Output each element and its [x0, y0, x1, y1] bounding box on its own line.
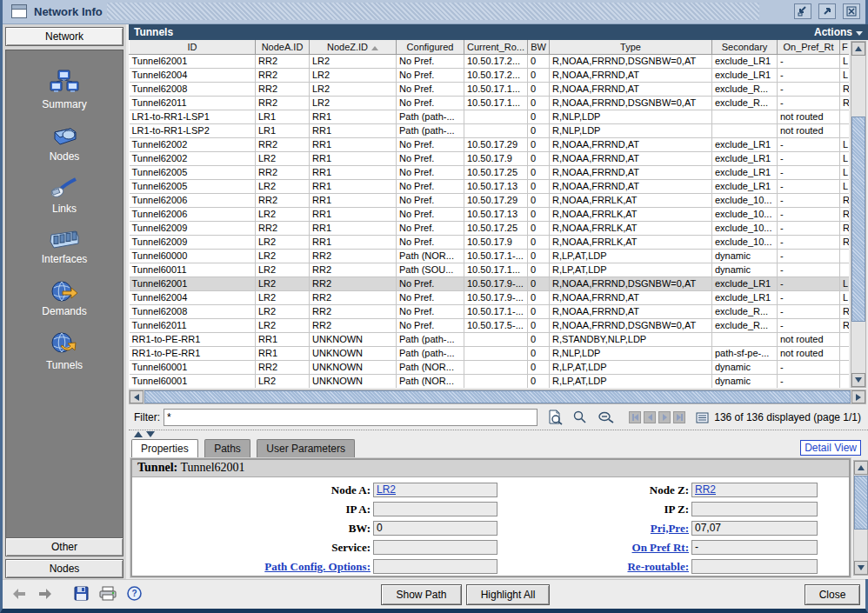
table-row[interactable]: LR1-to-RR1-LSP2LR1RR1Path (path-...0R,NL…	[130, 123, 850, 137]
sidebar-bottom-other-button[interactable]: Other	[5, 537, 124, 556]
table-row[interactable]: Tunnel62008LR2RR2No Pref.10.50.17.1-...0…	[130, 304, 850, 318]
scroll-down-button[interactable]	[851, 373, 865, 387]
node-a-value-link[interactable]: LR2	[373, 483, 497, 497]
table-row[interactable]: Tunnel62004RR2LR2No Pref.10.50.17.2...0R…	[130, 68, 850, 82]
sidebar-bottom-nodes-button[interactable]: Nodes	[5, 559, 124, 578]
table-row[interactable]: Tunnel62005RR2RR1No Pref.10.50.17.250R,N…	[130, 165, 850, 179]
splitter-divider[interactable]	[129, 430, 868, 438]
prev-page-button[interactable]	[644, 411, 656, 423]
help-icon[interactable]: ?	[127, 586, 142, 601]
column-header[interactable]: Configured	[397, 40, 464, 54]
table-cell: -	[778, 82, 840, 96]
column-header[interactable]: Secondary	[712, 40, 778, 54]
table-row[interactable]: Tunnel62006LR2RR1No Pref.10.50.17.130R,N…	[130, 207, 850, 221]
on-pref-rt-link[interactable]: On Pref Rt:	[632, 541, 691, 555]
column-header[interactable]: NodeA.ID	[256, 40, 310, 54]
table-cell: exclude_LR1	[712, 68, 778, 82]
table-row[interactable]: Tunnel62011LR2RR2No Pref.10.50.17.5-...0…	[130, 318, 850, 332]
properties-vertical-scrollbar[interactable]	[853, 460, 868, 576]
node-z-value-link[interactable]: RR2	[691, 483, 818, 497]
next-page-button[interactable]	[658, 411, 671, 423]
show-path-button[interactable]: Show Path	[381, 584, 462, 605]
actions-menu-button[interactable]: Actions	[814, 24, 863, 40]
table-row[interactable]: Tunnel62009RR2RR1No Pref.10.50.17.250R,N…	[130, 221, 850, 235]
table-vertical-scrollbar[interactable]	[851, 41, 866, 388]
column-header[interactable]: BW	[528, 40, 550, 54]
tab-paths[interactable]: Paths	[204, 439, 250, 457]
close-button[interactable]: Close	[805, 584, 860, 605]
scroll-up-button[interactable]	[854, 461, 868, 475]
back-arrow-icon[interactable]	[11, 588, 27, 600]
scroll-up-button[interactable]	[851, 42, 865, 56]
table-cell: -	[778, 207, 840, 221]
table-row[interactable]: Tunnel62006RR2RR1No Pref.10.50.17.290R,N…	[130, 193, 850, 207]
table-row[interactable]: Tunnel62004LR2RR2No Pref.10.50.17.9-...0…	[130, 290, 850, 304]
last-page-button[interactable]	[673, 411, 685, 423]
sidebar-item-demands[interactable]: Demands	[6, 280, 123, 317]
print-icon[interactable]	[99, 586, 117, 601]
re-routable-link[interactable]: Re-routable:	[627, 560, 691, 574]
titlebar[interactable]: Network Info	[3, 0, 865, 24]
table-row[interactable]: Tunnel62008RR2LR2No Pref.10.50.17.1...0R…	[130, 82, 850, 96]
search-report-button[interactable]	[548, 410, 563, 425]
list-view-button[interactable]	[696, 412, 709, 423]
table-row[interactable]: Tunnel60000LR2RR2Path (NOR...10.50.17.1-…	[130, 249, 850, 263]
table-row[interactable]: Tunnel62001LR2RR2No Pref.10.50.17.9-...0…	[130, 277, 850, 290]
column-header[interactable]: NodeZ.ID	[310, 40, 397, 54]
first-page-button[interactable]	[629, 411, 641, 423]
table-row[interactable]: Tunnel62009LR2RR1No Pref.10.50.17.90R,NO…	[130, 235, 850, 249]
maximize-button[interactable]	[818, 3, 836, 19]
sidebar-item-nodes[interactable]: Nodes	[6, 125, 123, 163]
forward-arrow-icon[interactable]	[37, 588, 53, 600]
scrollbar-thumb[interactable]	[144, 390, 851, 403]
table-row[interactable]: Tunnel60001LR2UNKNOWNPath (NOR...0R,LP,A…	[130, 374, 850, 388]
table-row[interactable]: Tunnel62002RR2RR1No Pref.10.50.17.290R,N…	[130, 137, 850, 151]
table-row[interactable]: Tunnel62011RR2LR2No Pref.10.50.17.1...0R…	[130, 96, 850, 110]
tunnels-panel-header: Tunnels Actions	[129, 24, 868, 40]
column-header[interactable]: Current_Ro...	[464, 40, 528, 54]
table-row[interactable]: Tunnel62001RR2LR2No Pref.10.50.17.2...0R…	[130, 54, 850, 68]
detail-view-button[interactable]: Detail View	[800, 440, 861, 456]
tab-properties[interactable]: Properties	[131, 439, 198, 458]
sidebar-item-interfaces[interactable]: Interfaces	[6, 230, 123, 265]
table-row[interactable]: Tunnel60001RR2UNKNOWNPath (NOR...0R,LP,A…	[130, 360, 850, 374]
scroll-right-button[interactable]	[851, 390, 865, 403]
scroll-down-button[interactable]	[854, 561, 868, 575]
sidebar-item-links[interactable]: Links	[6, 177, 123, 215]
path-config-options-link[interactable]: Path Config. Options:	[264, 560, 373, 574]
minimize-button[interactable]	[794, 3, 811, 19]
table-row[interactable]: Tunnel60011LR2RR2Path (SOU...10.50.17.1.…	[130, 263, 850, 277]
sidebar-item-tunnels[interactable]: Tunnels	[6, 332, 123, 371]
table-cell	[712, 123, 778, 137]
close-button-titlebar[interactable]	[843, 3, 860, 19]
table-row[interactable]: Tunnel62005LR2RR1No Pref.10.50.17.130R,N…	[130, 179, 850, 193]
tab-user-parameters[interactable]: User Parameters	[257, 439, 355, 457]
table-row[interactable]: RR1-to-PE-RR1RR1UNKNOWNPath (path-...0R,…	[130, 332, 850, 346]
table-horizontal-scrollbar[interactable]	[129, 390, 866, 404]
sidebar-item-summary[interactable]: Summary	[6, 70, 123, 110]
column-header[interactable]: ID	[130, 40, 256, 54]
save-icon[interactable]	[74, 586, 89, 601]
sidebar-header-network[interactable]: Network	[5, 27, 124, 46]
table-cell: RR1	[310, 207, 397, 221]
scrollbar-thumb[interactable]	[854, 476, 868, 530]
table-row[interactable]: RR1-to-PE-RR1RR1UNKNOWNPath (path-...0R,…	[130, 346, 850, 360]
column-header[interactable]: F	[840, 40, 850, 54]
splitter-expand-down-icon[interactable]	[146, 431, 155, 437]
pri-pre-link[interactable]: Pri,Pre:	[651, 522, 691, 536]
column-header[interactable]: On_Pref_Rt	[778, 40, 840, 54]
table-row[interactable]: Tunnel62002LR2RR1No Pref.10.50.17.90R,NO…	[130, 151, 850, 165]
highlight-all-button[interactable]: Highlight All	[466, 584, 550, 605]
table-cell: R,LP,AT,LDP	[550, 263, 712, 277]
table-row[interactable]: LR1-to-RR1-LSP1LR1RR1Path (path-...0R,NL…	[130, 110, 850, 123]
zoom-out-button[interactable]	[598, 410, 615, 424]
scroll-left-button[interactable]	[130, 390, 144, 403]
table-cell: LR2	[310, 68, 397, 82]
column-header[interactable]: Type	[550, 40, 712, 54]
splitter-expand-up-icon[interactable]	[134, 431, 143, 437]
table-cell: R	[840, 318, 850, 332]
scrollbar-thumb[interactable]	[851, 117, 865, 322]
filter-input[interactable]	[164, 409, 537, 426]
table-cell: Tunnel62001	[130, 277, 256, 290]
zoom-in-button[interactable]	[573, 410, 587, 424]
